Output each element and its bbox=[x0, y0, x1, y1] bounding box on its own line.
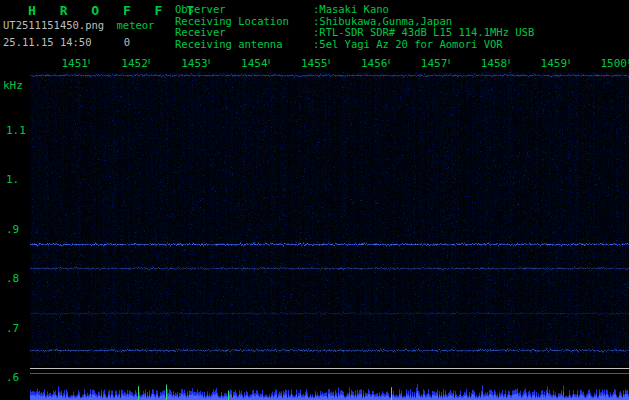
time-tick-text: 1451 bbox=[61, 57, 88, 70]
time-tick-text: 1453 bbox=[181, 57, 208, 70]
time-tick-text: 1458 bbox=[481, 57, 508, 70]
time-tick-label: 1458 bbox=[481, 57, 510, 70]
time-tick-mark bbox=[388, 59, 389, 64]
time-tick-text: 1459 bbox=[541, 57, 568, 70]
freq-tick-label: .6 bbox=[6, 371, 19, 384]
freq-tick-label: .9 bbox=[6, 223, 19, 236]
time-tick-mark bbox=[269, 59, 270, 64]
separator-line-2 bbox=[30, 373, 629, 374]
freq-tick-label: .8 bbox=[6, 272, 19, 285]
time-tick-text: 1455 bbox=[301, 57, 328, 70]
time-tick-label: 1459 bbox=[541, 57, 570, 70]
time-tick-text: 1500 bbox=[601, 57, 628, 70]
time-tick-text: 1457 bbox=[421, 57, 448, 70]
freq-tick-label: .7 bbox=[6, 322, 19, 335]
freq-unit-label: kHz bbox=[3, 79, 23, 92]
time-tick-mark bbox=[209, 59, 210, 64]
time-tick-mark bbox=[149, 59, 150, 64]
time-tick-label: 1455 bbox=[301, 57, 330, 70]
frequency-axis: kHz 1.11..9.8.7.6 bbox=[0, 0, 30, 400]
time-axis: 1451145214531454145514561457145814591500 bbox=[0, 0, 629, 72]
time-tick-label: 1457 bbox=[421, 57, 450, 70]
time-tick-label: 1454 bbox=[241, 57, 270, 70]
time-tick-label: 1500 bbox=[601, 57, 629, 70]
signal-level-canvas bbox=[30, 380, 629, 400]
time-tick-mark bbox=[568, 59, 569, 64]
time-tick-text: 1452 bbox=[121, 57, 148, 70]
time-tick-mark bbox=[329, 59, 330, 64]
time-tick-mark bbox=[89, 59, 90, 64]
spectrogram-canvas bbox=[30, 72, 629, 365]
time-tick-text: 1454 bbox=[241, 57, 268, 70]
time-tick-mark bbox=[448, 59, 449, 64]
time-tick-label: 1456 bbox=[361, 57, 390, 70]
hrofft-window: H R O F F T UT2511151450.png meteor 25.1… bbox=[0, 0, 629, 400]
time-tick-label: 1452 bbox=[121, 57, 150, 70]
time-tick-text: 1456 bbox=[361, 57, 388, 70]
freq-tick-label: 1.1 bbox=[6, 124, 26, 137]
freq-tick-label: 1. bbox=[6, 173, 19, 186]
separator-line bbox=[30, 368, 629, 369]
time-tick-mark bbox=[508, 59, 509, 64]
time-tick-label: 1451 bbox=[61, 57, 90, 70]
time-tick-label: 1453 bbox=[181, 57, 210, 70]
